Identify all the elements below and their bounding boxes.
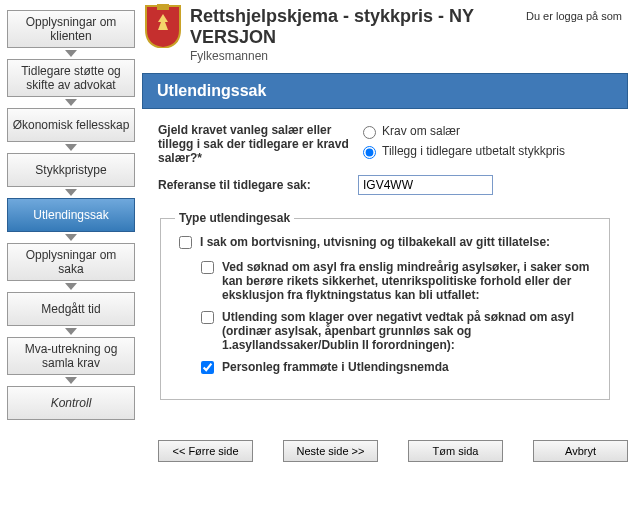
arrow-icon	[65, 283, 77, 290]
radio-krav-salaer[interactable]	[363, 126, 376, 139]
prev-button[interactable]: << Førre side	[158, 440, 253, 462]
chk-label: Utlending som klager over negativt vedta…	[222, 310, 595, 352]
arrow-icon	[65, 234, 77, 241]
nav-item-opplysningar-saka[interactable]: Opplysningar om saka	[7, 243, 135, 281]
nav-label: Utlendingssak	[33, 208, 108, 222]
nav-item-klient[interactable]: Opplysningar om klienten	[7, 10, 135, 48]
ref-input[interactable]	[358, 175, 493, 195]
nav-item-medgatt-tid[interactable]: Medgått tid	[7, 292, 135, 326]
nav-label: Økonomisk fellesskap	[13, 118, 130, 132]
salary-question: Gjeld kravet vanleg salær eller tillegg …	[158, 123, 358, 165]
nav-item-kontroll[interactable]: Kontroll	[7, 386, 135, 420]
nav-label: Medgått tid	[41, 302, 100, 316]
radio-tillegg[interactable]	[363, 146, 376, 159]
arrow-icon	[65, 50, 77, 57]
arrow-icon	[65, 99, 77, 106]
button-row: << Førre side Neste side >> Tøm sida Avb…	[142, 440, 628, 462]
chk-label: I sak om bortvisning, utvisning og tilba…	[200, 235, 550, 249]
chk-asyl-mindrearig[interactable]	[201, 261, 214, 274]
chk-frammote[interactable]	[201, 361, 214, 374]
cancel-button[interactable]: Avbryt	[533, 440, 628, 462]
radio-label: Tillegg i tidlegare utbetalt stykkpris	[382, 144, 565, 158]
arrow-icon	[65, 377, 77, 384]
panel-title: Utlendingssak	[142, 73, 628, 109]
nav-label: Tidlegare støtte og skifte av advokat	[12, 64, 130, 92]
clear-button[interactable]: Tøm sida	[408, 440, 503, 462]
nav-item-okonomisk[interactable]: Økonomisk fellesskap	[7, 108, 135, 142]
svg-rect-0	[157, 4, 169, 10]
sidebar: Opplysningar om klienten Tidlegare støtt…	[4, 4, 138, 462]
radio-label: Krav om salær	[382, 124, 460, 138]
next-button[interactable]: Neste side >>	[283, 440, 378, 462]
crest-icon	[142, 4, 184, 48]
app-title: Rettshjelpskjema - stykkpris - NY VERSJO…	[190, 4, 526, 48]
arrow-icon	[65, 144, 77, 151]
nav-item-utlendingssak[interactable]: Utlendingssak	[7, 198, 135, 232]
header: Rettshjelpskjema - stykkpris - NY VERSJO…	[142, 4, 628, 63]
nav-label: Opplysningar om klienten	[12, 15, 130, 43]
login-note: Du er logga på som	[526, 4, 628, 22]
subtitle: Fylkesmannen	[190, 49, 526, 63]
fieldset-legend: Type utlendingesak	[175, 211, 294, 225]
panel-body: Gjeld kravet vanleg salær eller tillegg …	[142, 109, 628, 410]
nav-label: Kontroll	[51, 396, 92, 410]
nav-item-tidlegare[interactable]: Tidlegare støtte og skifte av advokat	[7, 59, 135, 97]
nav-label: Stykkpristype	[35, 163, 106, 177]
main-content: Rettshjelpskjema - stykkpris - NY VERSJO…	[138, 4, 632, 462]
nav-label: Opplysningar om saka	[12, 248, 130, 276]
nav-item-stykkpristype[interactable]: Stykkpristype	[7, 153, 135, 187]
chk-klage-asyl[interactable]	[201, 311, 214, 324]
type-utlendingesak-group: Type utlendingesak I sak om bortvisning,…	[160, 211, 610, 400]
nav-label: Mva-utrekning og samla krav	[12, 342, 130, 370]
nav-item-mva[interactable]: Mva-utrekning og samla krav	[7, 337, 135, 375]
chk-label: Ved søknad om asyl fra enslig mindreårig…	[222, 260, 595, 302]
arrow-icon	[65, 328, 77, 335]
ref-label: Referanse til tidlegare sak:	[158, 178, 358, 192]
chk-label: Personleg frammøte i Utlendingsnemda	[222, 360, 449, 374]
chk-bortvisning[interactable]	[179, 236, 192, 249]
arrow-icon	[65, 189, 77, 196]
